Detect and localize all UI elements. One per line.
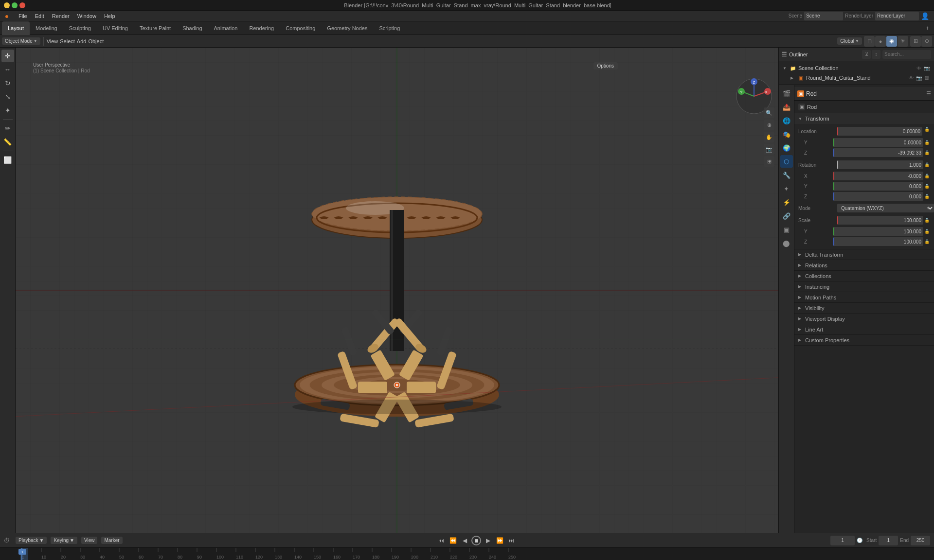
jump-to-end-btn[interactable]: ⏭ xyxy=(506,536,516,545)
tab-sculpting[interactable]: Sculpting xyxy=(63,21,97,35)
rotation-x-field[interactable]: -0.000 xyxy=(833,172,923,180)
renderlayer-input[interactable] xyxy=(875,12,919,20)
constraints-props-tab[interactable]: 🔗 xyxy=(780,210,793,222)
transform-tool[interactable]: ✦ xyxy=(1,104,14,117)
viewport-display-section[interactable]: ▶ Viewport Display xyxy=(794,314,934,324)
header-add[interactable]: Add xyxy=(77,38,87,44)
close-button[interactable] xyxy=(19,2,25,8)
rotation-mode-select[interactable]: Quaternion (WXYZ) xyxy=(837,204,934,212)
object-props-tab[interactable]: ⬡ xyxy=(780,155,793,168)
scale-x-lock[interactable]: 🔒 xyxy=(923,218,930,223)
3d-viewport[interactable]: User Perspective (1) Scene Collection | … xyxy=(16,48,778,533)
scene-collection-render[interactable]: 📷 xyxy=(923,66,930,71)
modifier-props-tab[interactable]: 🔧 xyxy=(780,169,793,181)
menu-file[interactable]: File xyxy=(15,12,31,20)
outliner-sort-btn[interactable]: ↕ xyxy=(872,50,880,59)
measure-tool[interactable]: 📏 xyxy=(1,136,14,148)
rotation-w-lock[interactable]: 🔒 xyxy=(923,162,930,167)
rotation-z-lock[interactable]: 🔒 xyxy=(923,194,930,199)
start-frame-input[interactable] xyxy=(879,536,898,545)
jump-back-btn[interactable]: ⏪ xyxy=(448,536,458,545)
world-props-tab[interactable]: 🌍 xyxy=(780,141,793,154)
visibility-section[interactable]: ▶ Visibility xyxy=(794,303,934,314)
layout-btn[interactable]: ⊞ xyxy=(764,156,774,167)
tab-scripting[interactable]: Scripting xyxy=(373,21,406,35)
add-cube-tool[interactable]: ⬜ xyxy=(1,154,14,166)
model-image[interactable]: 🖼 xyxy=(923,75,930,81)
wireframe-btn[interactable]: ◻ xyxy=(864,36,875,47)
view-layer-props-tab[interactable]: 🌐 xyxy=(780,114,793,127)
play-reverse-btn[interactable]: ◀ xyxy=(460,536,469,545)
instancing-section[interactable]: ▶ Instancing xyxy=(794,281,934,292)
rotation-z-field[interactable]: 0.000 xyxy=(833,192,923,201)
outliner-search[interactable] xyxy=(882,50,931,59)
scale-y-field[interactable]: 100.000 xyxy=(833,227,923,236)
tab-uv-editing[interactable]: UV Editing xyxy=(97,21,134,35)
global-selector[interactable]: Global ▼ xyxy=(837,37,862,45)
menu-window[interactable]: Window xyxy=(73,12,100,20)
physics-props-tab[interactable]: ⚡ xyxy=(780,196,793,209)
rendered-btn[interactable]: ☀ xyxy=(898,36,908,47)
annotate-tool[interactable]: ✏ xyxy=(1,122,14,135)
solid-btn[interactable]: ● xyxy=(875,36,886,47)
current-frame-input[interactable] xyxy=(830,536,855,545)
play-btn[interactable]: ▶ xyxy=(483,536,493,545)
outliner-item-model[interactable]: ▶ ▣ Round_Multi_Guitar_Stand 👁 📷 🖼 xyxy=(779,73,934,83)
scale-x-field[interactable]: 100.000 xyxy=(837,216,923,225)
tab-shading[interactable]: Shading xyxy=(177,21,208,35)
location-x-lock[interactable]: 🔒 xyxy=(923,127,930,136)
transform-header[interactable]: ▼ Transform xyxy=(794,113,934,124)
menu-render[interactable]: Render xyxy=(48,12,73,20)
options-button[interactable]: Options xyxy=(593,62,618,70)
jump-forward-btn[interactable]: ⏩ xyxy=(495,536,504,545)
menu-help[interactable]: Help xyxy=(100,12,119,20)
location-x-field[interactable]: 0.00000 xyxy=(837,127,922,136)
delta-transform-section[interactable]: ▶ Delta Transform xyxy=(794,249,934,260)
model-visibility[interactable]: 👁 xyxy=(908,75,915,81)
collections-section[interactable]: ▶ Collections xyxy=(794,271,934,281)
data-props-tab[interactable]: ▣ xyxy=(780,223,793,236)
tab-rendering[interactable]: Rendering xyxy=(243,21,280,35)
scene-props-tab[interactable]: 🎭 xyxy=(780,128,793,140)
header-select[interactable]: Select xyxy=(60,38,75,44)
zoom-in-btn[interactable]: 🔍 xyxy=(764,107,774,118)
location-y-field[interactable]: 0.00000 xyxy=(833,138,923,147)
location-z-field[interactable]: -39.092 33 xyxy=(833,148,923,157)
proportional-btn[interactable]: ⊙ xyxy=(921,36,932,47)
snap-btn[interactable]: ⊞ xyxy=(910,36,921,47)
view-btn[interactable]: View xyxy=(81,537,98,544)
relations-section[interactable]: ▶ Relations xyxy=(794,260,934,271)
pan-btn[interactable]: ✋ xyxy=(764,132,774,142)
rotate-tool[interactable]: ↻ xyxy=(1,77,14,89)
rotation-y-field[interactable]: 0.000 xyxy=(833,182,923,191)
tab-layout[interactable]: Layout xyxy=(2,21,30,35)
props-options-btn[interactable]: ☰ xyxy=(926,90,931,97)
zoom-btn[interactable]: ⊕ xyxy=(764,120,774,130)
timeline-icon[interactable]: ⏱ xyxy=(4,537,10,544)
custom-properties-section[interactable]: ▶ Custom Properties xyxy=(794,335,934,346)
scale-z-field[interactable]: 100.000 xyxy=(833,237,923,246)
maximize-button[interactable] xyxy=(12,2,18,8)
particles-props-tab[interactable]: ✦ xyxy=(780,182,793,195)
tab-modeling[interactable]: Modeling xyxy=(30,21,63,35)
location-y-lock[interactable]: 🔒 xyxy=(923,140,930,145)
tab-compositing[interactable]: Compositing xyxy=(280,21,321,35)
jump-to-start-btn[interactable]: ⏮ xyxy=(436,536,446,545)
playback-btn[interactable]: Playback ▼ xyxy=(16,537,47,544)
scene-collection-visibility[interactable]: 👁 xyxy=(916,66,922,71)
outliner-filter-btn[interactable]: ⊻ xyxy=(862,50,871,59)
material-props-tab[interactable]: ⬤ xyxy=(780,237,793,249)
move-tool[interactable]: ↔ xyxy=(1,63,14,76)
scale-tool[interactable]: ⤡ xyxy=(1,90,14,103)
rotation-w-field[interactable]: 1.000 xyxy=(837,160,923,169)
location-z-lock[interactable]: 🔒 xyxy=(923,150,930,155)
marker-btn[interactable]: Marker xyxy=(101,537,122,544)
tab-animation[interactable]: Animation xyxy=(208,21,244,35)
output-props-tab[interactable]: 📤 xyxy=(780,101,793,113)
minimize-button[interactable] xyxy=(4,2,10,8)
header-view[interactable]: View xyxy=(47,38,58,44)
add-workspace-btn[interactable]: + xyxy=(923,25,932,32)
scene-input[interactable] xyxy=(804,12,843,20)
stop-btn[interactable]: ⏹ xyxy=(471,536,481,545)
tab-geometry-nodes[interactable]: Geometry Nodes xyxy=(321,21,373,35)
